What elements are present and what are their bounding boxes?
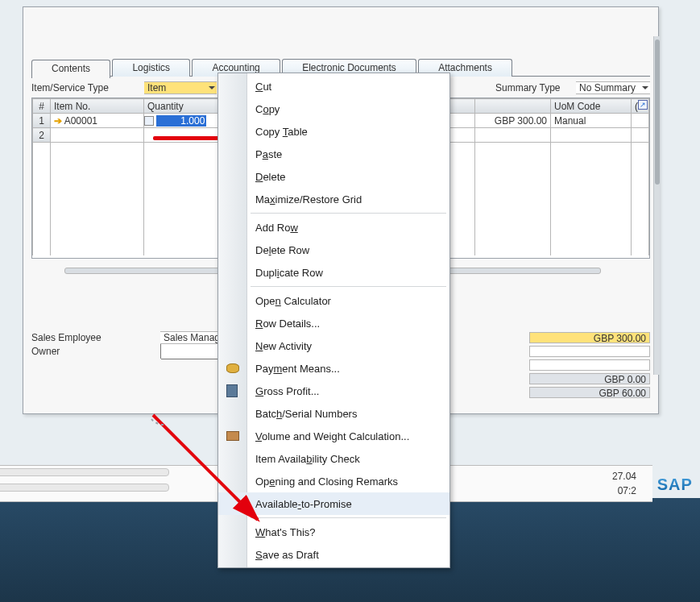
sap-logo: SAP <box>657 475 698 494</box>
cell-last[interactable] <box>632 114 649 128</box>
menu-opening-closing-remarks[interactable]: Opening and Closing Remarks <box>218 470 449 492</box>
col-num[interactable]: # <box>33 99 51 114</box>
scrollbar-thumb[interactable] <box>655 39 660 185</box>
package-icon <box>226 430 239 442</box>
calculator-icon <box>226 384 239 397</box>
menu-copy-table[interactable]: Copy Table <box>218 120 449 143</box>
item-service-type-dropdown[interactable]: Item <box>144 81 217 94</box>
cell-total[interactable]: GBP 300.00 <box>475 114 551 128</box>
bg-date: 27.04 <box>612 471 636 482</box>
col-total[interactable] <box>475 99 551 114</box>
menu-item-availability[interactable]: Item Availability Check <box>218 447 449 470</box>
chevron-down-icon <box>209 86 215 89</box>
menu-available-to-promise[interactable]: Available-to-Promise <box>218 492 449 515</box>
row-number[interactable]: 1 <box>33 114 51 128</box>
menu-gross-profit[interactable]: Gross Profit... <box>218 380 449 402</box>
total-before-discount-value[interactable]: GBP 300.00 <box>529 332 650 343</box>
menu-batch-serial[interactable]: Batch/Serial Numbers <box>218 402 449 425</box>
row-number[interactable]: 2 <box>33 128 51 143</box>
menu-save-as-draft[interactable]: Save as Draft <box>218 543 449 566</box>
cell-qty[interactable]: 1.000 <box>144 114 228 128</box>
bg-time: 07:2 <box>618 485 636 496</box>
summary-type-label: Summary Type <box>495 82 576 93</box>
menu-duplicate-row[interactable]: Duplicate Row <box>218 261 449 284</box>
menu-maximize-restore-grid[interactable]: Maximize/Restore Grid <box>218 188 449 210</box>
calculator-icon[interactable] <box>144 116 154 126</box>
menu-open-calculator[interactable]: Open Calculator <box>218 289 449 312</box>
col-qty[interactable]: Quantity <box>144 99 228 114</box>
menu-paste[interactable]: Paste <box>218 143 449 165</box>
cell-uom[interactable] <box>551 128 632 143</box>
menu-payment-means[interactable]: Payment Means... <box>218 357 449 380</box>
menu-delete[interactable]: Delete <box>218 165 449 188</box>
bg-scroll-pill-1 <box>0 468 169 476</box>
menu-add-row[interactable]: Add Row <box>218 216 449 239</box>
grid-context-menu[interactable]: Cut Copy Copy Table Paste Delete Maximiz… <box>217 73 450 568</box>
menu-delete-row[interactable]: Delete Row <box>218 239 449 261</box>
menu-cut[interactable]: Cut <box>218 75 449 98</box>
discount-amount-field[interactable] <box>529 346 650 357</box>
grid-expand-icon[interactable]: ↗ <box>638 100 648 110</box>
summary-type-value: No Summary <box>579 82 636 93</box>
menu-row-details[interactable]: Row Details... <box>218 312 449 334</box>
col-itemno[interactable]: Item No. <box>51 99 144 114</box>
tax-value: GBP 0.00 <box>529 373 650 384</box>
bg-scroll-pill-2 <box>0 484 169 492</box>
menu-copy[interactable]: Copy <box>218 98 449 120</box>
drilldown-arrow-icon[interactable]: ➔ <box>54 115 62 127</box>
qty-value[interactable]: 1.000 <box>156 115 206 127</box>
coins-icon <box>226 362 239 375</box>
chevron-down-icon <box>642 86 648 89</box>
panel-scrollbar[interactable] <box>653 36 660 375</box>
cell-last[interactable] <box>632 128 649 143</box>
owner-label: Owner <box>31 346 160 357</box>
freight-field[interactable] <box>529 359 650 371</box>
menu-volume-weight[interactable]: Volume and Weight Calculation... <box>218 425 449 447</box>
summary-type-dropdown[interactable]: No Summary <box>576 81 650 94</box>
cell-uom[interactable]: Manual <box>551 114 632 128</box>
menu-whats-this[interactable]: What's This? <box>218 521 449 543</box>
cell-total[interactable] <box>475 128 551 143</box>
sales-employee-label: Sales Employee <box>31 332 160 343</box>
cell-itemno[interactable] <box>51 128 144 143</box>
cell-itemno[interactable]: ➔ A00001 <box>51 114 144 128</box>
item-service-type-value: Item <box>147 82 166 93</box>
tab-logistics[interactable]: Logistics <box>112 59 190 77</box>
item-service-type-label: Item/Service Type <box>31 82 144 93</box>
itemno-value: A00001 <box>64 115 97 127</box>
tab-contents[interactable]: Contents <box>31 60 110 78</box>
col-uom[interactable]: UoM Code <box>551 99 632 114</box>
menu-new-activity[interactable]: New Activity <box>218 334 449 357</box>
total-value: GBP 60.00 <box>529 387 650 398</box>
